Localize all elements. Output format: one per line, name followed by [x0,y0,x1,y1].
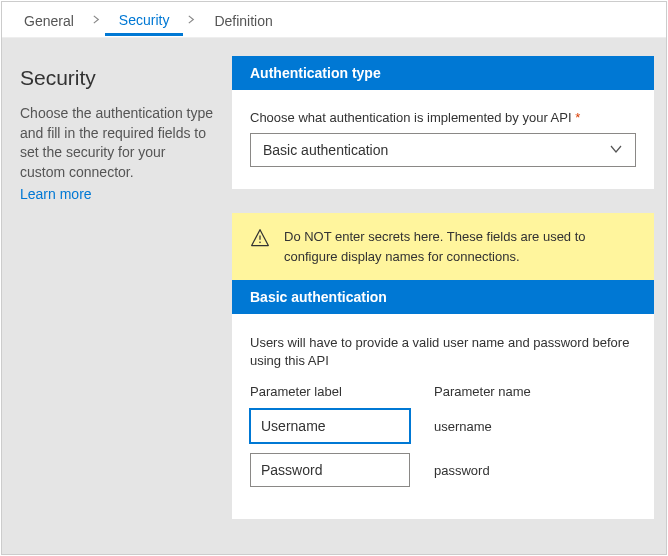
breadcrumb-tabs: General Security Definition [2,2,666,38]
param-row: password [250,453,636,487]
chevron-right-icon [183,13,200,27]
warning-icon [250,227,270,254]
auth-type-header: Authentication type [232,56,654,90]
tab-definition[interactable]: Definition [200,5,286,35]
warning-banner: Do NOT enter secrets here. These fields … [232,213,654,280]
auth-type-label: Choose what authentication is implemente… [250,110,636,125]
chevron-down-icon [609,142,623,159]
tab-general[interactable]: General [10,5,88,35]
warning-text: Do NOT enter secrets here. These fields … [284,227,636,266]
column-header-name: Parameter name [430,384,636,399]
svg-point-1 [259,242,261,244]
basic-auth-card: Do NOT enter secrets here. These fields … [232,213,654,519]
tab-security[interactable]: Security [105,4,184,36]
param-label-input-username[interactable] [250,409,410,443]
auth-type-selected: Basic authentication [263,142,388,158]
page-description: Choose the authentication type and fill … [20,104,214,182]
basic-auth-header: Basic authentication [232,280,654,314]
auth-type-card: Authentication type Choose what authenti… [232,56,654,189]
chevron-right-icon [88,13,105,27]
param-name-username: username [410,419,636,434]
sidebar: Security Choose the authentication type … [2,38,232,554]
page-title: Security [20,66,214,90]
param-row: username [250,409,636,443]
required-asterisk: * [575,110,580,125]
column-header-label: Parameter label [250,384,430,399]
param-name-password: password [410,463,636,478]
auth-type-select[interactable]: Basic authentication [250,133,636,167]
basic-auth-description: Users will have to provide a valid user … [250,334,636,370]
learn-more-link[interactable]: Learn more [20,186,92,202]
param-label-input-password[interactable] [250,453,410,487]
